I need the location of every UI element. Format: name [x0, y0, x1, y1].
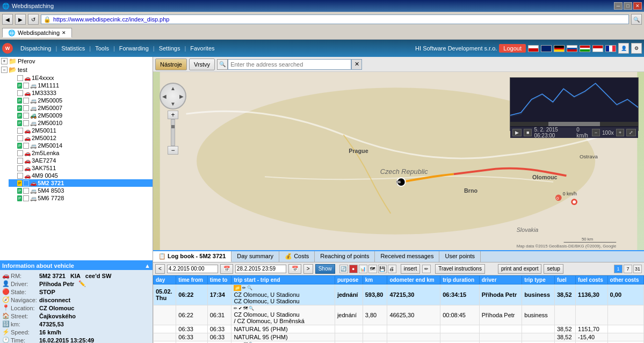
nav-tools[interactable]: Tools — [92, 44, 112, 53]
nav-settings[interactable]: Settings — [156, 44, 184, 53]
vehicle-5M6-7728[interactable]: P 🚐 5M6 7728 — [9, 194, 153, 202]
driver-action-icon[interactable]: ✏️ — [78, 280, 86, 287]
vehicle-2M50007[interactable]: P 🚐 2M50007 — [9, 104, 153, 112]
flag-sk[interactable] — [567, 45, 577, 52]
play-button[interactable]: ▶ — [512, 129, 522, 136]
refresh-button[interactable]: ↺ — [28, 14, 39, 25]
map-search-input[interactable] — [228, 59, 351, 70]
tree-group-prerov[interactable]: + 📁 Přerov — [0, 57, 153, 65]
tab-costs[interactable]: 💰 Costs — [279, 251, 315, 262]
checkbox-1M1111[interactable] — [23, 83, 29, 89]
page-7[interactable]: 7 — [624, 265, 632, 273]
expand-test[interactable]: − — [1, 67, 8, 73]
nav-dispatching[interactable]: Dispatching — [17, 44, 54, 53]
icon-5[interactable]: 💾 — [378, 265, 387, 273]
vehicle-5M2-3721[interactable]: P 🚗 5M2 3721 — [9, 179, 153, 187]
flag-4[interactable] — [580, 45, 590, 52]
zoom-plus-button[interactable]: + — [616, 129, 624, 136]
icon-6[interactable]: 🖨 — [388, 265, 396, 273]
checkbox-5M2-3721[interactable] — [23, 180, 29, 186]
vehicle-3AK7511[interactable]: 🚗 3AK7511 — [9, 164, 153, 172]
expand-prerov[interactable]: + — [1, 58, 8, 64]
insert-button[interactable]: insert — [401, 264, 420, 274]
table-row[interactable]: 06:33 06:33 NATURAL 95 (PHM) 38,52 1151,… — [154, 325, 644, 333]
vehicle-2M50010[interactable]: P 🚐 2M50010 — [9, 119, 153, 127]
layers-button[interactable]: Vrstvy — [189, 59, 215, 70]
checkbox-2M50005[interactable] — [23, 98, 29, 104]
stop-button[interactable]: ■ — [524, 129, 532, 136]
forward-button[interactable]: ▶ — [15, 14, 26, 25]
nav-up-arrow[interactable]: ▲ — [170, 85, 176, 91]
tab-day-summary[interactable]: Day summary — [231, 251, 279, 262]
zoom-minus-button[interactable]: − — [592, 129, 600, 136]
travel-instructions-button[interactable]: Travel instructions — [435, 264, 485, 274]
nav-forwarding[interactable]: Forwarding — [116, 44, 152, 53]
table-row[interactable]: 06:33 06:33 NATURAL 95 (PHM) 38,52 -15,4… — [154, 333, 644, 341]
vehicle-2M50014[interactable]: P 🚐 2M50014 — [9, 142, 153, 149]
checkbox-4M9-0045[interactable] — [17, 173, 23, 179]
table-row[interactable]: 06:22 06:31 ✏ ✔ 🗺 🔍 CZ Olomouc, U Stadio… — [154, 305, 644, 325]
checkbox-2M50009[interactable] — [23, 113, 29, 119]
checkbox-2M50010[interactable] — [23, 120, 29, 126]
checkbox-5M6-7728[interactable] — [23, 195, 29, 201]
zoom-slider-thumb[interactable] — [171, 125, 175, 128]
vehicle-5M4-8503[interactable]: P 🚐 5M4 8503 — [9, 187, 153, 194]
checkbox-2M50007[interactable] — [23, 105, 29, 111]
data-table-container[interactable]: day time from time to trip start - trip … — [153, 275, 644, 343]
vehicle-1E4xxxx[interactable]: 🚗 1E4xxxx — [9, 74, 153, 82]
tab-close-button[interactable]: ✕ — [62, 30, 66, 35]
maximize-button[interactable]: □ — [624, 2, 632, 10]
tree-group-test[interactable]: − 📂 test — [0, 65, 153, 74]
next-page-button[interactable]: > — [303, 264, 313, 274]
checkbox-5M4-8503[interactable] — [23, 188, 29, 194]
zoom-out-button[interactable]: − — [168, 146, 178, 155]
expand-button[interactable]: ⤢ — [626, 129, 636, 136]
vehicle-4M9-0045[interactable]: 🚗 4M9 0045 — [9, 172, 153, 179]
search-icon[interactable]: 🔍 — [631, 14, 642, 25]
tools-button[interactable]: Nástroje — [155, 59, 187, 70]
tab-reaching-points[interactable]: Reaching of points — [315, 251, 375, 262]
calendar-from-button[interactable]: 📅 — [220, 264, 233, 274]
nav-left-arrow[interactable]: ◀ — [162, 93, 167, 99]
vehicle-1M33333[interactable]: 🚗 1M33333 — [9, 89, 153, 97]
zoom-in-button[interactable]: + — [168, 111, 178, 119]
back-button[interactable]: ◀ — [2, 14, 13, 25]
icon-1[interactable]: 🔄 — [339, 265, 348, 273]
checkbox-2M50014[interactable] — [23, 143, 29, 149]
window-controls[interactable]: ─ □ ✕ — [614, 2, 642, 10]
vehicle-1M1111[interactable]: P 🚐 1M1111 — [9, 82, 153, 89]
nav-favorites[interactable]: Favorites — [187, 44, 218, 53]
prev-page-button[interactable]: < — [155, 264, 165, 274]
map-container[interactable]: 🏁 Prague Brno Olomouc Ostrava Czech Repu… — [153, 72, 644, 250]
nav-right-arrow[interactable]: ▶ — [179, 93, 184, 99]
browser-tab[interactable]: 🌐 Webdispatching ✕ — [2, 28, 72, 38]
icon-2[interactable]: ● — [349, 265, 358, 273]
vehicle-2m5Lenka[interactable]: 🚗 2m5Lenka — [9, 149, 153, 157]
chart-scrollbar-thumb[interactable] — [548, 122, 599, 126]
tab-received-messages[interactable]: Received messages — [375, 251, 439, 262]
checkbox-1M33333[interactable] — [17, 90, 23, 96]
icon-3[interactable]: 📊 — [359, 265, 367, 273]
logout-button[interactable]: Logout — [499, 44, 526, 53]
settings-icon[interactable]: ⚙ — [631, 43, 642, 54]
page-31[interactable]: 31 — [633, 265, 642, 273]
table-row[interactable]: 05.02.Thu 06:22 17:34 📁 ✏ 🔍 CZ Olomouc, … — [154, 284, 644, 305]
checkbox-3AE7274[interactable] — [17, 158, 23, 164]
flag-cz[interactable] — [528, 45, 539, 52]
flag-de[interactable] — [554, 45, 565, 52]
date-from-input[interactable] — [167, 265, 218, 273]
print-export-button[interactable]: print and export — [498, 264, 542, 274]
table-row[interactable]: 06:35 09:14 ✏ ✔ 🗺 🔍 CZ Olomouc, Brněnská — [154, 341, 644, 344]
vehicle-2M50012[interactable]: 🚗 2M50012 — [9, 134, 153, 142]
tab-user-points[interactable]: User points — [439, 251, 481, 262]
vehicle-3AE7274[interactable]: 🚗 3AE7274 — [9, 157, 153, 164]
flag-fr[interactable] — [605, 45, 616, 52]
nav-statistics[interactable]: Statistics — [58, 44, 88, 53]
checkbox-2m5Lenka[interactable] — [17, 150, 23, 156]
insert-icon[interactable]: ✏ — [422, 265, 431, 273]
show-button[interactable]: Show — [315, 264, 335, 274]
calendar-to-button[interactable]: 📅 — [288, 264, 301, 274]
icon-4[interactable]: 🗺 — [368, 265, 377, 273]
user-icon[interactable]: 👤 — [618, 43, 629, 54]
checkbox-2M50011[interactable] — [17, 128, 23, 134]
